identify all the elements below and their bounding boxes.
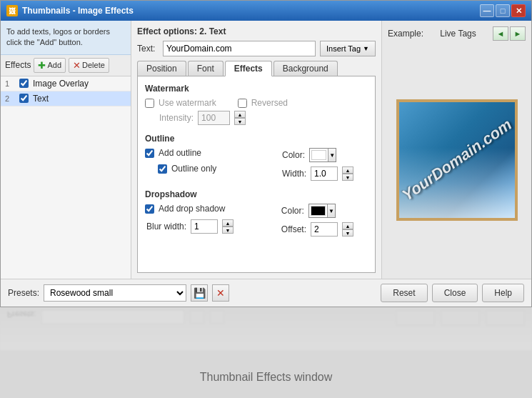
shadow-color-button[interactable]: ▼ xyxy=(308,204,336,218)
watermark-section: Watermark Use watermark Reversed Intensi… xyxy=(145,84,368,125)
text-input[interactable] xyxy=(163,41,316,56)
add-button[interactable]: ✚ Add xyxy=(34,58,66,73)
shadow-offset-label: Offset: xyxy=(281,224,306,234)
preview-prev-button[interactable]: ◄ xyxy=(493,26,508,41)
shadow-offset-input[interactable] xyxy=(311,222,338,237)
preview-nav-buttons: ◄ ► xyxy=(493,26,526,41)
effects-toolbar: Effects ✚ Add ✕ Delete xyxy=(1,55,131,76)
reflection-label: Thumbnail Effects window xyxy=(0,371,532,384)
shadow-offset-row: Offset: ▲ ▼ xyxy=(281,222,353,237)
preview-next-button[interactable]: ► xyxy=(510,26,526,41)
close-window-button[interactable]: ✕ xyxy=(511,4,526,17)
reset-button[interactable]: Reset xyxy=(381,284,427,302)
text-row: Text: Insert Tag ▼ xyxy=(137,41,376,56)
reversed-label: Reversed xyxy=(251,98,288,108)
outline-width-up-button[interactable]: ▲ xyxy=(342,166,353,174)
preview-image: YourDomain.com xyxy=(396,99,518,221)
shadow-offset-up-button[interactable]: ▲ xyxy=(342,222,353,229)
outline-title: Outline xyxy=(145,134,368,144)
dropdown-arrow-icon: ▼ xyxy=(363,45,369,52)
main-panel: Effect options: 2. Text Text: Insert Tag… xyxy=(131,21,381,279)
blur-down-button[interactable]: ▼ xyxy=(222,227,234,234)
outline-section: Outline Add outline Outline only xyxy=(145,134,368,181)
effect-num-2: 2 xyxy=(5,94,15,103)
insert-tag-label: Insert Tag xyxy=(326,44,361,53)
effect-checkbox-1[interactable] xyxy=(19,79,29,88)
outline-width-spinner: ▲ ▼ xyxy=(342,166,353,181)
add-shadow-row: Add drop shadow xyxy=(145,204,234,214)
delete-preset-button[interactable]: ✕ xyxy=(212,284,229,302)
outline-only-label: Outline only xyxy=(171,164,216,174)
add-outline-checkbox[interactable] xyxy=(145,149,154,158)
add-shadow-checkbox[interactable] xyxy=(145,204,154,214)
add-shadow-label: Add drop shadow xyxy=(159,204,225,214)
use-watermark-label: Use watermark xyxy=(159,98,216,108)
outline-color-button[interactable]: ▼ xyxy=(309,148,336,162)
reflection-content: Presets: xyxy=(0,307,532,350)
intensity-input[interactable] xyxy=(198,111,230,125)
dropshadow-section: Dropshadow Add drop shadow Blur width: xyxy=(145,189,368,237)
insert-tag-button[interactable]: Insert Tag ▼ xyxy=(320,41,376,56)
preview-header: Example: Live Tags ◄ ► xyxy=(388,26,526,41)
window-title: Thumbnails - Image Effects xyxy=(22,6,134,16)
effect-name-1: Image Overlay xyxy=(33,79,89,89)
reversed-checkbox[interactable] xyxy=(238,99,247,108)
outline-width-input[interactable] xyxy=(311,166,338,181)
main-window: 🖼 Thumbnails - Image Effects — □ ✕ To ad… xyxy=(0,0,532,307)
save-preset-button[interactable]: 💾 xyxy=(191,284,208,302)
outline-width-down-button[interactable]: ▼ xyxy=(342,174,353,181)
shadow-color-dropdown-icon: ▼ xyxy=(327,204,335,217)
left-panel: To add texts, logos or borders click the… xyxy=(1,21,131,279)
blur-up-button[interactable]: ▲ xyxy=(222,219,234,227)
watermark-title: Watermark xyxy=(145,84,368,94)
close-button[interactable]: Close xyxy=(432,284,478,302)
outline-only-checkbox[interactable] xyxy=(158,164,167,174)
tab-position[interactable]: Position xyxy=(137,61,186,76)
tab-background[interactable]: Background xyxy=(273,61,338,76)
hint-text: To add texts, logos or borders click the… xyxy=(1,21,131,55)
outline-color-label: Color: xyxy=(282,150,305,160)
shadow-color-row: Color: ▼ xyxy=(281,204,353,218)
add-outline-label: Add outline xyxy=(159,148,201,158)
effect-name-2: Text xyxy=(33,94,49,104)
tabs-container: Position Font Effects Background xyxy=(137,61,376,76)
shadow-left: Add drop shadow Blur width: ▲ ▼ xyxy=(145,204,234,234)
presets-select[interactable]: Rosewood small Default Watermark Shadow … xyxy=(44,284,186,302)
outline-color-row: Color: ▼ xyxy=(282,148,336,162)
intensity-up-button[interactable]: ▲ xyxy=(234,111,246,118)
shadow-offset-down-button[interactable]: ▼ xyxy=(342,229,353,237)
effect-checkbox-2[interactable] xyxy=(19,94,29,103)
effect-item-1[interactable]: 1 Image Overlay xyxy=(1,76,131,91)
outline-width-row: Width: ▲ ▼ xyxy=(282,166,353,181)
outline-color-swatch xyxy=(311,150,326,160)
preview-panel: Example: Live Tags ◄ ► YourDomain.com xyxy=(381,21,531,279)
text-label: Text: xyxy=(137,44,159,54)
maximize-button[interactable]: □ xyxy=(496,4,510,17)
reversed-row: Reversed xyxy=(238,98,288,108)
blur-spinner: ▲ ▼ xyxy=(222,219,234,234)
add-icon: ✚ xyxy=(38,60,46,71)
outline-color-dropdown-icon: ▼ xyxy=(328,149,336,161)
effects-toolbar-label: Effects xyxy=(5,60,31,70)
help-button[interactable]: Help xyxy=(482,284,524,302)
preview-label: Example: xyxy=(388,29,423,39)
blur-input[interactable] xyxy=(191,219,218,234)
add-label: Add xyxy=(47,61,61,69)
tab-effects[interactable]: Effects xyxy=(225,61,272,76)
delete-button[interactable]: ✕ Delete xyxy=(69,58,109,73)
outline-width-label: Width: xyxy=(282,169,306,179)
delete-label: Delete xyxy=(82,61,105,69)
minimize-button[interactable]: — xyxy=(480,4,494,17)
tab-font[interactable]: Font xyxy=(188,61,224,76)
effects-list: 1 Image Overlay 2 Text xyxy=(1,76,131,279)
effects-tab-content: Watermark Use watermark Reversed Intensi… xyxy=(137,76,376,273)
intensity-spinner: ▲ ▼ xyxy=(234,111,246,125)
intensity-down-button[interactable]: ▼ xyxy=(234,118,246,125)
use-watermark-checkbox[interactable] xyxy=(145,99,154,108)
effect-num-1: 1 xyxy=(5,79,15,88)
intensity-row: Intensity: ▲ ▼ xyxy=(159,111,368,125)
use-watermark-row: Use watermark xyxy=(145,98,216,108)
outline-only-row: Outline only xyxy=(158,164,216,174)
outline-left: Add outline Outline only xyxy=(145,148,216,176)
effect-item-2[interactable]: 2 Text xyxy=(1,91,131,106)
